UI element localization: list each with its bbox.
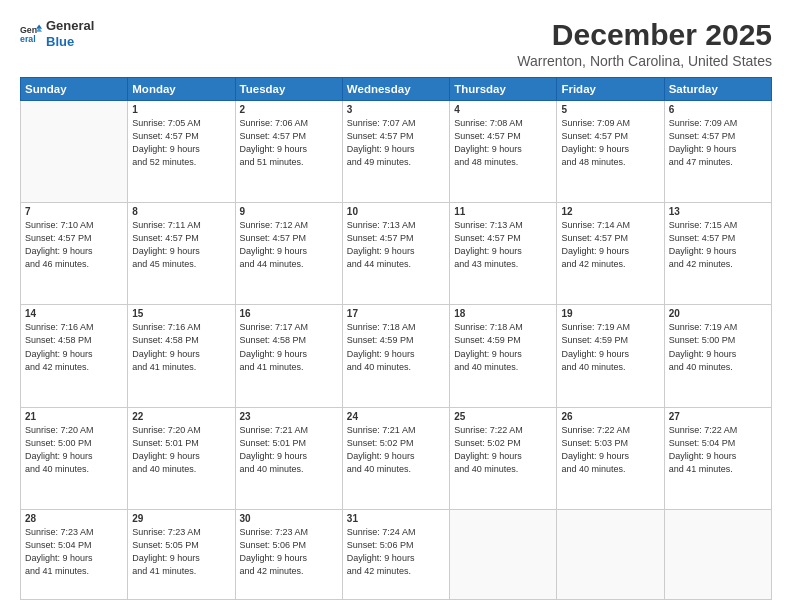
- cell-w3-d2: 23Sunrise: 7:21 AMSunset: 5:01 PMDayligh…: [235, 407, 342, 509]
- cell-w0-d2: 2Sunrise: 7:06 AMSunset: 4:57 PMDaylight…: [235, 101, 342, 203]
- day-info: Sunrise: 7:14 AMSunset: 4:57 PMDaylight:…: [561, 219, 659, 271]
- day-number: 27: [669, 411, 767, 422]
- week-row-1: 7Sunrise: 7:10 AMSunset: 4:57 PMDaylight…: [21, 203, 772, 305]
- day-info: Sunrise: 7:18 AMSunset: 4:59 PMDaylight:…: [454, 321, 552, 373]
- day-info: Sunrise: 7:06 AMSunset: 4:57 PMDaylight:…: [240, 117, 338, 169]
- day-number: 1: [132, 104, 230, 115]
- cell-w1-d6: 13Sunrise: 7:15 AMSunset: 4:57 PMDayligh…: [664, 203, 771, 305]
- col-friday: Friday: [557, 78, 664, 101]
- day-number: 20: [669, 308, 767, 319]
- day-info: Sunrise: 7:17 AMSunset: 4:58 PMDaylight:…: [240, 321, 338, 373]
- col-sunday: Sunday: [21, 78, 128, 101]
- week-row-2: 14Sunrise: 7:16 AMSunset: 4:58 PMDayligh…: [21, 305, 772, 407]
- day-info: Sunrise: 7:20 AMSunset: 5:01 PMDaylight:…: [132, 424, 230, 476]
- day-number: 30: [240, 513, 338, 524]
- calendar-subtitle: Warrenton, North Carolina, United States: [517, 53, 772, 69]
- day-info: Sunrise: 7:24 AMSunset: 5:06 PMDaylight:…: [347, 526, 445, 578]
- day-number: 28: [25, 513, 123, 524]
- day-info: Sunrise: 7:11 AMSunset: 4:57 PMDaylight:…: [132, 219, 230, 271]
- cell-w0-d5: 5Sunrise: 7:09 AMSunset: 4:57 PMDaylight…: [557, 101, 664, 203]
- day-number: 3: [347, 104, 445, 115]
- logo-icon: Gen eral: [20, 23, 42, 45]
- day-info: Sunrise: 7:21 AMSunset: 5:02 PMDaylight:…: [347, 424, 445, 476]
- day-info: Sunrise: 7:22 AMSunset: 5:02 PMDaylight:…: [454, 424, 552, 476]
- col-wednesday: Wednesday: [342, 78, 449, 101]
- page: Gen eral General Blue December 2025 Warr…: [0, 0, 792, 612]
- day-number: 15: [132, 308, 230, 319]
- cell-w0-d6: 6Sunrise: 7:09 AMSunset: 4:57 PMDaylight…: [664, 101, 771, 203]
- day-number: 22: [132, 411, 230, 422]
- day-number: 26: [561, 411, 659, 422]
- calendar-title: December 2025: [517, 18, 772, 51]
- cell-w4-d5: [557, 509, 664, 599]
- day-info: Sunrise: 7:13 AMSunset: 4:57 PMDaylight:…: [347, 219, 445, 271]
- day-number: 19: [561, 308, 659, 319]
- week-row-4: 28Sunrise: 7:23 AMSunset: 5:04 PMDayligh…: [21, 509, 772, 599]
- day-info: Sunrise: 7:16 AMSunset: 4:58 PMDaylight:…: [132, 321, 230, 373]
- cell-w3-d6: 27Sunrise: 7:22 AMSunset: 5:04 PMDayligh…: [664, 407, 771, 509]
- cell-w2-d2: 16Sunrise: 7:17 AMSunset: 4:58 PMDayligh…: [235, 305, 342, 407]
- day-info: Sunrise: 7:20 AMSunset: 5:00 PMDaylight:…: [25, 424, 123, 476]
- header-row: Sunday Monday Tuesday Wednesday Thursday…: [21, 78, 772, 101]
- cell-w2-d6: 20Sunrise: 7:19 AMSunset: 5:00 PMDayligh…: [664, 305, 771, 407]
- cell-w0-d4: 4Sunrise: 7:08 AMSunset: 4:57 PMDaylight…: [450, 101, 557, 203]
- day-info: Sunrise: 7:07 AMSunset: 4:57 PMDaylight:…: [347, 117, 445, 169]
- day-info: Sunrise: 7:13 AMSunset: 4:57 PMDaylight:…: [454, 219, 552, 271]
- cell-w4-d4: [450, 509, 557, 599]
- svg-text:eral: eral: [20, 34, 36, 44]
- day-number: 17: [347, 308, 445, 319]
- cell-w4-d0: 28Sunrise: 7:23 AMSunset: 5:04 PMDayligh…: [21, 509, 128, 599]
- day-info: Sunrise: 7:05 AMSunset: 4:57 PMDaylight:…: [132, 117, 230, 169]
- day-number: 5: [561, 104, 659, 115]
- day-info: Sunrise: 7:12 AMSunset: 4:57 PMDaylight:…: [240, 219, 338, 271]
- cell-w4-d2: 30Sunrise: 7:23 AMSunset: 5:06 PMDayligh…: [235, 509, 342, 599]
- logo: Gen eral General Blue: [20, 18, 94, 49]
- col-tuesday: Tuesday: [235, 78, 342, 101]
- day-info: Sunrise: 7:22 AMSunset: 5:04 PMDaylight:…: [669, 424, 767, 476]
- day-number: 18: [454, 308, 552, 319]
- cell-w0-d1: 1Sunrise: 7:05 AMSunset: 4:57 PMDaylight…: [128, 101, 235, 203]
- day-info: Sunrise: 7:09 AMSunset: 4:57 PMDaylight:…: [561, 117, 659, 169]
- day-info: Sunrise: 7:22 AMSunset: 5:03 PMDaylight:…: [561, 424, 659, 476]
- day-number: 12: [561, 206, 659, 217]
- day-number: 8: [132, 206, 230, 217]
- day-info: Sunrise: 7:23 AMSunset: 5:04 PMDaylight:…: [25, 526, 123, 578]
- day-info: Sunrise: 7:19 AMSunset: 5:00 PMDaylight:…: [669, 321, 767, 373]
- cell-w3-d0: 21Sunrise: 7:20 AMSunset: 5:00 PMDayligh…: [21, 407, 128, 509]
- cell-w4-d6: [664, 509, 771, 599]
- col-monday: Monday: [128, 78, 235, 101]
- day-info: Sunrise: 7:08 AMSunset: 4:57 PMDaylight:…: [454, 117, 552, 169]
- cell-w1-d1: 8Sunrise: 7:11 AMSunset: 4:57 PMDaylight…: [128, 203, 235, 305]
- day-number: 6: [669, 104, 767, 115]
- day-number: 13: [669, 206, 767, 217]
- title-block: December 2025 Warrenton, North Carolina,…: [517, 18, 772, 69]
- day-number: 9: [240, 206, 338, 217]
- cell-w1-d0: 7Sunrise: 7:10 AMSunset: 4:57 PMDaylight…: [21, 203, 128, 305]
- day-info: Sunrise: 7:09 AMSunset: 4:57 PMDaylight:…: [669, 117, 767, 169]
- day-number: 16: [240, 308, 338, 319]
- day-info: Sunrise: 7:18 AMSunset: 4:59 PMDaylight:…: [347, 321, 445, 373]
- calendar-body: 1Sunrise: 7:05 AMSunset: 4:57 PMDaylight…: [21, 101, 772, 600]
- day-number: 10: [347, 206, 445, 217]
- day-number: 11: [454, 206, 552, 217]
- calendar-table: Sunday Monday Tuesday Wednesday Thursday…: [20, 77, 772, 600]
- cell-w3-d1: 22Sunrise: 7:20 AMSunset: 5:01 PMDayligh…: [128, 407, 235, 509]
- week-row-3: 21Sunrise: 7:20 AMSunset: 5:00 PMDayligh…: [21, 407, 772, 509]
- cell-w0-d3: 3Sunrise: 7:07 AMSunset: 4:57 PMDaylight…: [342, 101, 449, 203]
- col-saturday: Saturday: [664, 78, 771, 101]
- day-info: Sunrise: 7:23 AMSunset: 5:06 PMDaylight:…: [240, 526, 338, 578]
- cell-w4-d3: 31Sunrise: 7:24 AMSunset: 5:06 PMDayligh…: [342, 509, 449, 599]
- day-info: Sunrise: 7:15 AMSunset: 4:57 PMDaylight:…: [669, 219, 767, 271]
- day-info: Sunrise: 7:16 AMSunset: 4:58 PMDaylight:…: [25, 321, 123, 373]
- cell-w3-d4: 25Sunrise: 7:22 AMSunset: 5:02 PMDayligh…: [450, 407, 557, 509]
- day-info: Sunrise: 7:21 AMSunset: 5:01 PMDaylight:…: [240, 424, 338, 476]
- day-number: 7: [25, 206, 123, 217]
- header: Gen eral General Blue December 2025 Warr…: [20, 18, 772, 69]
- cell-w1-d4: 11Sunrise: 7:13 AMSunset: 4:57 PMDayligh…: [450, 203, 557, 305]
- day-number: 14: [25, 308, 123, 319]
- day-number: 25: [454, 411, 552, 422]
- day-number: 23: [240, 411, 338, 422]
- cell-w2-d0: 14Sunrise: 7:16 AMSunset: 4:58 PMDayligh…: [21, 305, 128, 407]
- day-info: Sunrise: 7:19 AMSunset: 4:59 PMDaylight:…: [561, 321, 659, 373]
- cell-w2-d5: 19Sunrise: 7:19 AMSunset: 4:59 PMDayligh…: [557, 305, 664, 407]
